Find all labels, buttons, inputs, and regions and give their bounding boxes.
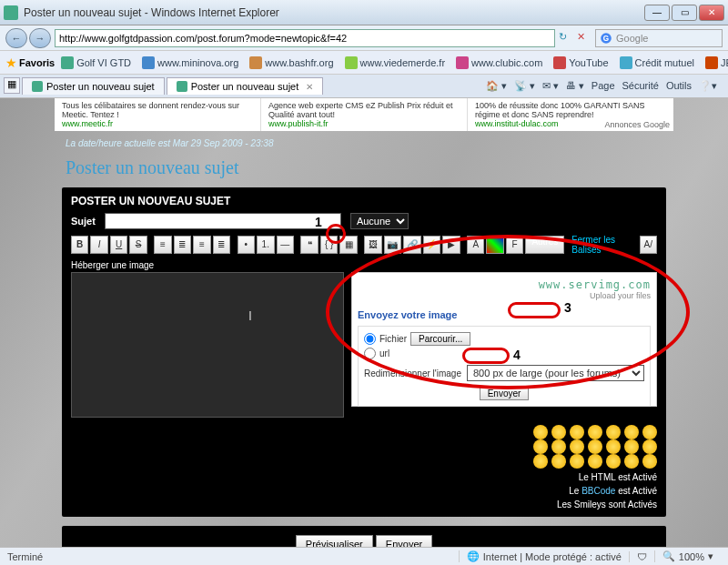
maximize-button[interactable]: ▭ [672, 5, 697, 21]
align-justify-button[interactable]: ≣ [213, 236, 230, 254]
refresh-icon[interactable]: ↻ [559, 31, 573, 45]
tabstrip-button[interactable]: ▦ [4, 77, 20, 94]
menu-home[interactable]: 🏠 ▾ [486, 80, 507, 92]
align-center-button[interactable]: ≣ [174, 236, 191, 254]
size-button[interactable]: A [467, 236, 484, 254]
fav-item[interactable]: www.bashfr.org [245, 55, 338, 71]
zoom-control[interactable]: 🔍 100% ▾ [654, 550, 721, 562]
ads-row: Tous les célibataires se donnent rendez-… [55, 98, 673, 131]
smiley-icon[interactable] [624, 454, 639, 469]
smiley-icon[interactable] [624, 439, 639, 454]
smiley-icon[interactable] [588, 439, 602, 454]
smiley-icon[interactable] [642, 439, 657, 454]
smiley-icon[interactable] [570, 454, 584, 469]
close-tab-icon[interactable]: ✕ [306, 82, 313, 92]
message-textarea[interactable] [71, 272, 344, 418]
url-input[interactable] [55, 29, 555, 47]
align-right-button[interactable]: ≡ [193, 236, 210, 254]
url-label: url [379, 348, 389, 358]
svg-text:G: G [603, 34, 609, 42]
list-ul-button[interactable]: • [238, 236, 255, 254]
resize-select[interactable]: 800 px de large (pour les forums) [467, 365, 644, 381]
type-select[interactable]: Aucune [350, 213, 409, 229]
google-icon: G [600, 32, 612, 45]
menu-help-icon[interactable]: ❔▾ [699, 80, 717, 92]
image-button[interactable]: 📷 [384, 236, 401, 254]
fav-item[interactable]: JEUXVIDEO.COM [701, 55, 728, 71]
fav-item[interactable]: Crédit mutuel [615, 55, 699, 71]
content-area: Tous les célibataires se donnent rendez-… [0, 98, 728, 547]
fav-item[interactable]: www.viedemerde.fr [340, 55, 450, 71]
close-button[interactable]: ✕ [699, 5, 724, 21]
ad[interactable]: Tous les célibataires se donnent rendez-… [55, 98, 261, 131]
menu-page[interactable]: Page [592, 80, 615, 92]
italic-button[interactable]: I [90, 236, 107, 254]
search-box[interactable]: G Google [595, 29, 723, 47]
smiley-icon[interactable] [588, 425, 602, 439]
url-radio[interactable] [364, 348, 376, 359]
envoyer-upload-button[interactable]: Envoyer [480, 387, 530, 400]
list-ol-button[interactable]: 1. [257, 236, 274, 254]
smiley-icon[interactable] [533, 425, 548, 439]
fav-item[interactable]: YouTube [549, 55, 612, 71]
quote-button[interactable]: ❝ [300, 236, 318, 254]
smiley-icon[interactable] [642, 425, 657, 439]
servimg-sub: Upload your files [358, 291, 651, 300]
tab[interactable]: Poster un nouveau sujet [22, 77, 165, 95]
autres-button[interactable]: Autres [525, 236, 564, 254]
flash-button[interactable]: ⚡ [423, 236, 440, 254]
menu-security[interactable]: Sécurité [622, 80, 659, 92]
preview-button[interactable]: Prévisualiser [296, 535, 373, 547]
smiley-icon[interactable] [642, 454, 657, 469]
send-button[interactable]: Envoyer [376, 535, 432, 547]
font-button[interactable]: F [506, 236, 523, 254]
host-image-button[interactable]: 🖼 [364, 236, 381, 254]
status-left: Terminé [7, 551, 43, 562]
fav-item[interactable]: www.clubic.com [451, 55, 547, 71]
minimize-button[interactable]: — [644, 5, 670, 21]
color-button[interactable] [486, 236, 503, 254]
smiley-icon[interactable] [551, 425, 566, 439]
ad[interactable]: Agence web experte CMS eZ Publish Prix r… [261, 98, 468, 131]
smiley-icon[interactable] [606, 425, 621, 439]
menu-tools[interactable]: Outils [666, 80, 692, 92]
smiley-icon[interactable] [606, 439, 621, 454]
sujet-input[interactable] [105, 213, 341, 229]
back-button[interactable]: ← [5, 28, 27, 48]
smiley-icon[interactable] [588, 454, 602, 469]
smiley-icon[interactable] [570, 439, 584, 454]
close-tags-link[interactable]: Fermer les Balises [571, 235, 637, 255]
parcourir-button[interactable]: Parcourir... [410, 332, 470, 346]
favorites-label[interactable]: Favoris [19, 57, 55, 68]
smiley-icon[interactable] [533, 439, 548, 454]
smiley-icon[interactable] [551, 439, 566, 454]
statusbar: Terminé 🌐 Internet | Mode protégé : acti… [0, 547, 728, 565]
smiley-icon[interactable] [570, 425, 584, 439]
fav-item[interactable]: www.mininova.org [137, 55, 243, 71]
mode-button[interactable]: A/ [640, 236, 657, 254]
strike-button[interactable]: S [129, 236, 147, 254]
favorites-star-icon[interactable]: ★ [5, 55, 17, 70]
hr-button[interactable]: — [277, 236, 294, 254]
smiley-icon[interactable] [606, 454, 621, 469]
align-left-button[interactable]: ≡ [154, 236, 171, 254]
fav-item[interactable]: Golf VI GTD [56, 55, 136, 71]
smiley-icon[interactable] [624, 425, 639, 439]
ad[interactable]: 100% de réussite donc 100% GARANTI SANS … [468, 98, 673, 131]
video-button[interactable]: ▶ [442, 236, 460, 254]
menu-print[interactable]: 🖶 ▾ [566, 80, 584, 92]
menu-mail[interactable]: ✉ ▾ [542, 80, 559, 92]
bold-button[interactable]: B [71, 236, 88, 254]
tab-active[interactable]: Poster un nouveau sujet✕ [167, 77, 324, 95]
underline-button[interactable]: U [110, 236, 127, 254]
smiley-icon[interactable] [533, 454, 548, 469]
forward-button[interactable]: → [29, 28, 51, 48]
code-button[interactable]: { } [320, 236, 338, 254]
fichier-radio[interactable] [364, 333, 376, 345]
link-button[interactable]: 🔗 [403, 236, 420, 254]
smiley-icon[interactable] [551, 454, 566, 469]
table-button[interactable]: ▦ [339, 236, 357, 254]
status-protect-icon[interactable]: 🛡 [629, 551, 654, 562]
stop-icon[interactable]: ✕ [577, 31, 592, 45]
menu-feeds[interactable]: 📡 ▾ [514, 80, 535, 92]
